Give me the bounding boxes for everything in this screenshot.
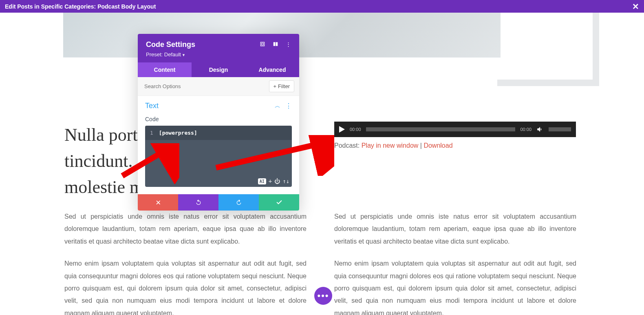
chevron-down-icon: ▼: [182, 53, 185, 57]
svg-rect-0: [260, 42, 264, 46]
paragraph: Nemo enim ipsam voluptatem quia voluptas…: [64, 257, 307, 315]
left-column: Sed ut perspiciatis unde omnis iste natu…: [64, 211, 307, 315]
svg-rect-3: [276, 42, 278, 46]
ai-icon[interactable]: AI: [258, 178, 266, 184]
post-heading: Nulla porttincidunt.molestie m: [64, 122, 143, 200]
preset-selector[interactable]: Preset: Default▼: [146, 51, 291, 58]
audio-player[interactable]: 00:00 00:00: [334, 122, 576, 137]
filter-button[interactable]: + Filter: [269, 80, 294, 92]
code-editor[interactable]: 1 [powerpress] AI + ⏻ ↑↓: [145, 126, 292, 187]
audio-time-total: 00:00: [520, 127, 532, 132]
tab-content[interactable]: Content: [138, 62, 192, 77]
podcast-meta: Podcast: Play in new window | Download: [334, 142, 576, 149]
power-icon[interactable]: ⏻: [274, 178, 280, 184]
fab-more-button[interactable]: •••: [314, 287, 332, 305]
chevron-up-icon[interactable]: ︿: [275, 102, 280, 110]
ellipsis-icon: •••: [317, 291, 329, 301]
audio-progress-bar[interactable]: [366, 127, 516, 131]
podcast-label: Podcast:: [334, 142, 362, 149]
paragraph: Sed ut perspiciatis unde omnis iste natu…: [64, 211, 307, 248]
redo-button[interactable]: [218, 194, 259, 211]
modal-tabs: Content Design Advanced: [138, 62, 299, 77]
svg-rect-2: [273, 42, 276, 46]
search-row: + Filter: [138, 77, 299, 96]
paragraph: Nemo enim ipsam voluptatem quia voluptas…: [334, 257, 576, 315]
audio-time-current: 00:00: [350, 127, 361, 132]
preset-label: Preset: Default: [146, 51, 181, 58]
separator: |: [418, 142, 423, 149]
section-title: Text: [145, 102, 159, 110]
volume-bar[interactable]: [549, 127, 571, 131]
page-title: Edit Posts in Specific Categories: Podca…: [5, 3, 156, 10]
download-link[interactable]: Download: [423, 142, 452, 149]
modal-actions: [138, 194, 299, 211]
section-more-icon[interactable]: ⋮: [285, 102, 292, 110]
right-column: Sed ut perspiciatis unde omnis iste natu…: [334, 211, 576, 315]
modal-header[interactable]: Code Settings ⋮ Preset: Default▼: [138, 34, 299, 62]
speaker-icon[interactable]: [536, 126, 544, 133]
plus-icon: +: [273, 83, 277, 89]
add-icon[interactable]: +: [269, 178, 272, 184]
line-number: 1: [150, 130, 153, 136]
page-canvas: Nulla porttincidunt.molestie m 00:00 00:…: [0, 13, 644, 315]
modal-title: Code Settings: [146, 40, 195, 49]
close-icon[interactable]: ✕: [632, 2, 639, 11]
section-header[interactable]: Text ︿ ⋮: [138, 96, 299, 116]
hero-decor-frame: [497, 13, 599, 86]
code-text: [powerpress]: [159, 130, 197, 136]
undo-button[interactable]: [178, 194, 218, 211]
play-icon[interactable]: [339, 126, 345, 133]
code-field-label: Code: [138, 116, 299, 126]
cancel-button[interactable]: [138, 194, 178, 211]
sort-icon[interactable]: ↑↓: [282, 178, 289, 184]
svg-rect-1: [262, 43, 264, 45]
paragraph: Sed ut perspiciatis unde omnis iste natu…: [334, 211, 576, 248]
tab-advanced[interactable]: Advanced: [245, 62, 299, 77]
more-icon[interactable]: ⋮: [286, 41, 291, 48]
code-toolbar: AI + ⏻ ↑↓: [258, 178, 289, 184]
search-input[interactable]: [143, 81, 269, 92]
code-settings-modal: Code Settings ⋮ Preset: Default▼ Content…: [138, 34, 299, 211]
tab-design[interactable]: Design: [192, 62, 245, 77]
filter-label: Filter: [278, 83, 290, 89]
audio-widget: 00:00 00:00 Podcast: Play in new window …: [334, 122, 576, 149]
snap-icon[interactable]: [273, 41, 278, 48]
play-new-window-link[interactable]: Play in new window: [362, 142, 419, 149]
save-button[interactable]: [259, 194, 299, 211]
top-bar: Edit Posts in Specific Categories: Podca…: [0, 0, 644, 13]
expand-icon[interactable]: [260, 41, 265, 48]
